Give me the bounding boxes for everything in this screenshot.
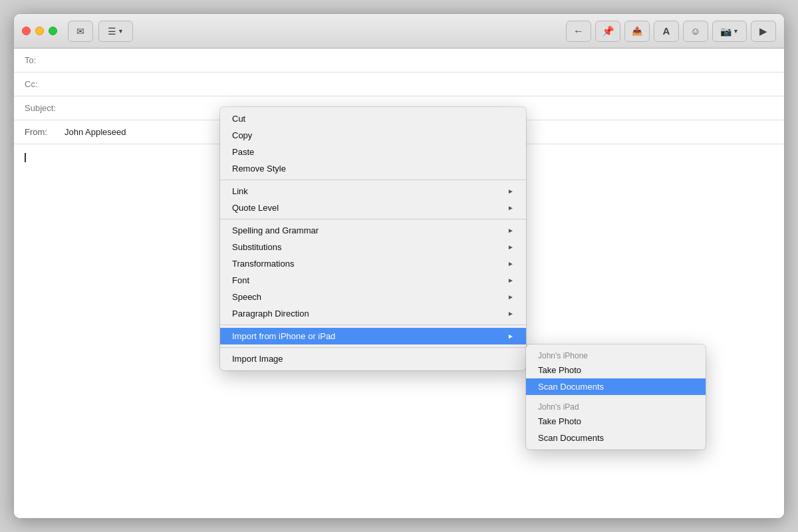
menu-item-import-image-label: Import Image <box>232 354 283 364</box>
menu-item-font[interactable]: Font ► <box>220 272 526 289</box>
send-icon: ✉ <box>76 26 84 37</box>
to-field-row: To: <box>14 49 784 72</box>
menu-item-cut[interactable]: Cut <box>220 110 526 127</box>
markup-button[interactable]: 📤 <box>624 21 650 42</box>
submenu-ipad-scan-docs[interactable]: Scan Documents <box>526 430 706 446</box>
wifi-icon-button[interactable]: ▶ <box>751 21 776 42</box>
from-value: John Appleseed <box>65 127 126 137</box>
submenu-import-devices: John's iPhone Take Photo Scan Documents … <box>526 344 706 450</box>
cc-input[interactable] <box>65 79 773 89</box>
font-button[interactable]: A <box>654 21 679 42</box>
menu-item-transformations-arrow: ► <box>507 260 514 267</box>
list-view-button[interactable]: ☰ ▼ <box>98 21 133 42</box>
menu-separator-1 <box>220 180 526 180</box>
paperclip-icon: 📌 <box>602 25 614 37</box>
submenu-iphone-take-photo-label: Take Photo <box>538 365 581 375</box>
menu-item-import-image[interactable]: Import Image <box>220 350 526 367</box>
menu-item-import-iphone-ipad[interactable]: Import from iPhone or iPad ► <box>220 328 526 344</box>
link-icon: 📤 <box>632 26 642 36</box>
cc-label: Cc: <box>25 79 65 89</box>
menu-item-substitutions[interactable]: Substitutions ► <box>220 239 526 255</box>
menu-item-import-iphone-ipad-arrow: ► <box>507 332 514 340</box>
menu-item-transformations[interactable]: Transformations ► <box>220 255 526 272</box>
airplay-icon: ▶ <box>759 25 767 37</box>
close-button[interactable] <box>22 27 31 35</box>
menu-item-font-label: Font <box>232 275 249 285</box>
emoji-button[interactable]: ☺ <box>683 21 708 42</box>
menu-item-quote-level-arrow: ► <box>507 204 514 211</box>
menu-item-paragraph-direction-label: Paragraph Direction <box>232 309 309 319</box>
menu-separator-3 <box>220 325 526 325</box>
menu-item-paragraph-direction-arrow: ► <box>507 310 514 317</box>
menu-item-remove-style-label: Remove Style <box>232 164 286 174</box>
submenu-ipad-scan-docs-label: Scan Documents <box>538 433 604 443</box>
compose-area: To: Cc: Subject: From: John Appleseed Cu… <box>14 49 784 518</box>
menu-item-transformations-label: Transformations <box>232 259 294 269</box>
font-icon: A <box>663 25 670 37</box>
menu-item-quote-level[interactable]: Quote Level ► <box>220 200 526 216</box>
menu-item-remove-style[interactable]: Remove Style <box>220 160 526 177</box>
subject-label: Subject: <box>25 103 65 113</box>
minimize-button[interactable] <box>35 27 44 35</box>
to-label: To: <box>25 55 65 65</box>
menu-item-spelling-grammar-arrow: ► <box>507 227 514 234</box>
cc-field-row: Cc: <box>14 72 784 96</box>
back-button[interactable]: ← <box>566 21 591 42</box>
submenu-iphone-header: John's iPhone <box>526 348 706 362</box>
menu-item-paste-label: Paste <box>232 147 254 157</box>
submenu-iphone-scan-docs[interactable]: Scan Documents <box>526 378 706 395</box>
titlebar: ✉ ☰ ▼ ← 📌 📤 A ☺ 📷 ▼ <box>14 14 784 49</box>
mail-compose-window: ✉ ☰ ▼ ← 📌 📤 A ☺ 📷 ▼ <box>13 13 785 519</box>
emoji-icon: ☺ <box>690 25 700 37</box>
menu-item-paste[interactable]: Paste <box>220 144 526 160</box>
list-icon: ☰ <box>108 26 116 37</box>
menu-item-spelling-grammar[interactable]: Spelling and Grammar ► <box>220 222 526 239</box>
photo-button[interactable]: 📷 ▼ <box>712 21 747 42</box>
photo-icon: 📷 <box>720 26 732 37</box>
submenu-ipad-take-photo-label: Take Photo <box>538 416 581 426</box>
menu-item-speech-label: Speech <box>232 292 261 302</box>
menu-item-speech-arrow: ► <box>507 293 514 301</box>
submenu-iphone-take-photo[interactable]: Take Photo <box>526 362 706 378</box>
photo-chevron-icon: ▼ <box>733 28 739 35</box>
menu-separator-4 <box>220 347 526 348</box>
menu-item-substitutions-arrow: ► <box>507 243 514 251</box>
back-icon: ← <box>573 25 584 37</box>
menu-item-import-iphone-ipad-label: Import from iPhone or iPad <box>232 331 335 341</box>
menu-item-paragraph-direction[interactable]: Paragraph Direction ► <box>220 305 526 322</box>
submenu-ipad-take-photo[interactable]: Take Photo <box>526 413 706 430</box>
send-button[interactable]: ✉ <box>68 21 93 42</box>
menu-item-spelling-grammar-label: Spelling and Grammar <box>232 225 319 235</box>
menu-item-copy[interactable]: Copy <box>220 127 526 144</box>
menu-item-font-arrow: ► <box>507 277 514 284</box>
to-input[interactable] <box>65 55 773 65</box>
attach-button[interactable]: 📌 <box>595 21 620 42</box>
menu-item-substitutions-label: Substitutions <box>232 242 281 252</box>
toolbar-right: ← 📌 📤 A ☺ 📷 ▼ ▶ <box>566 21 776 42</box>
traffic-lights <box>22 27 57 35</box>
menu-item-speech[interactable]: Speech ► <box>220 289 526 305</box>
context-menu: Cut Copy Paste Remove Style Link ► Quote… <box>220 107 526 370</box>
from-label: From: <box>25 127 65 137</box>
submenu-ipad-header: John's iPad <box>526 399 706 413</box>
menu-item-quote-level-label: Quote Level <box>232 203 279 213</box>
cursor <box>25 153 26 162</box>
menu-item-link-arrow: ► <box>507 188 514 195</box>
chevron-down-icon: ▼ <box>118 28 124 35</box>
maximize-button[interactable] <box>49 27 57 35</box>
menu-item-cut-label: Cut <box>232 114 245 124</box>
menu-separator-2 <box>220 219 526 219</box>
menu-item-copy-label: Copy <box>232 130 252 140</box>
submenu-iphone-scan-docs-label: Scan Documents <box>538 382 604 392</box>
menu-item-link-label: Link <box>232 186 248 196</box>
menu-item-link[interactable]: Link ► <box>220 183 526 200</box>
